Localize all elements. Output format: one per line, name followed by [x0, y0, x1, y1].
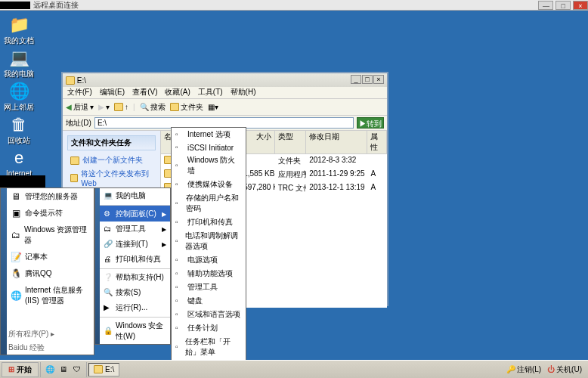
start-item[interactable]: 🐧腾讯QQ [7, 265, 94, 282]
submenu-item[interactable]: 🖨打印机和传真 [100, 252, 170, 267]
program-icon: 🌐 [11, 290, 21, 301]
cpanel-item[interactable]: ▫电话和调制解调器选项 [172, 229, 246, 253]
cpanel-item[interactable]: ▫Internet 选项 [172, 128, 246, 141]
start-submenu: 💻我的电脑⚙控制面板(C)▶🗂管理工具▶🔗连接到(T)▶🖨打印机和传真❔帮助和支… [94, 187, 171, 345]
cpanel-item[interactable]: ▫存储的用户名和密码 [172, 191, 246, 215]
desktop-icon-recycle[interactable]: 🗑回收站 [3, 115, 35, 144]
ql-icon[interactable]: 🖥 [57, 364, 70, 376]
folder-icon [70, 174, 78, 182]
shutdown-button[interactable]: ⏻关机(U) [547, 364, 582, 375]
cpanel-item[interactable]: ▫任务栏和「开始」菜单 [172, 335, 246, 359]
maximize-button[interactable]: □ [362, 75, 373, 84]
menu-item[interactable]: 查看(V) [132, 87, 157, 98]
start-item[interactable]: ▣命令提示符 [7, 205, 94, 222]
program-icon: 🗂 [11, 230, 20, 240]
cpanel-item[interactable]: ▫iSCSI Initiator [172, 141, 246, 153]
start-button[interactable]: ⊞开始 [2, 362, 39, 377]
folder-icon [94, 365, 103, 373]
ql-icon[interactable]: 🛡 [71, 364, 83, 376]
quick-launch: 🌐 🖥 🛡 [40, 362, 87, 377]
cpanel-icon: ▫ [175, 199, 183, 208]
cpanel-icon: ▫ [175, 237, 182, 246]
cpanel-item[interactable]: ▫Windows 防火墙 [172, 153, 246, 178]
watermark: Baidu 经验 [8, 342, 91, 353]
menu-item[interactable]: 收藏(A) [165, 87, 190, 98]
menu-icon: 🔍 [104, 288, 113, 297]
cpanel-icon: ▫ [175, 324, 184, 333]
recycle-icon: 🗑 [8, 115, 30, 135]
desktop-icon-network[interactable]: 🌐网上邻居 [3, 82, 35, 111]
submenu-item[interactable]: 🗂管理工具▶ [100, 222, 170, 237]
menu-item[interactable]: 工具(T) [198, 87, 223, 98]
start-item[interactable]: 🌐Internet 信息服务 (IIS) 管理器 [7, 282, 94, 309]
maximize-button[interactable]: □ [556, 1, 571, 10]
menu-item[interactable]: 帮助(H) [231, 87, 256, 98]
cpanel-item[interactable]: ▫辅助功能选项 [172, 267, 246, 280]
cpanel-item[interactable]: ▫键盘 [172, 294, 246, 308]
menu-icon: 💻 [104, 191, 113, 200]
menu-icon: ❔ [104, 273, 113, 282]
cpanel-item[interactable]: ▫区域和语言选项 [172, 308, 246, 321]
explorer-menubar: 文件(F)编辑(E)查看(V)收藏(A)工具(T)帮助(H) [63, 87, 387, 99]
taskbar: ⊞开始 🌐 🖥 🛡 E:\ 🔑注销(L) ⏻关机(U) [0, 360, 588, 378]
explorer-toolbar: ◀后退 ▾ ▶ ▾ ↑ | 🔍搜索 文件夹 ▦▾ [63, 99, 387, 116]
control-panel-menu: ▫Internet 选项▫iSCSI Initiator▫Windows 防火墙… [171, 127, 246, 378]
mycomp-icon: 💻 [8, 48, 30, 68]
cpanel-icon: ▫ [175, 342, 182, 352]
cpanel-icon: ▫ [175, 180, 184, 189]
menu-icon: 🗂 [104, 225, 113, 234]
desktop-icon-mycomp[interactable]: 💻我的电脑 [3, 48, 35, 78]
cpanel-item[interactable]: ▫便携媒体设备 [172, 178, 246, 191]
cpanel-icon: ▫ [175, 130, 184, 139]
cpanel-item[interactable]: ▫管理工具 [172, 280, 246, 294]
menu-item[interactable]: 编辑(E) [100, 87, 125, 98]
logout-button[interactable]: 🔑注销(L) [506, 364, 541, 375]
network-icon: 🌐 [8, 82, 30, 101]
submenu-item[interactable]: ⚙控制面板(C)▶ [100, 205, 170, 222]
forward-button[interactable]: ▶ ▾ [98, 103, 110, 111]
folders-button[interactable]: 文件夹 [170, 102, 203, 113]
taskbar-item[interactable]: E:\ [88, 363, 119, 376]
start-user-bar [0, 175, 45, 187]
minimize-button[interactable]: _ [351, 75, 361, 84]
submenu-item[interactable]: 💻我的电脑 [100, 188, 170, 203]
submenu-item[interactable]: ❔帮助和支持(H) [100, 268, 170, 285]
mydocs-icon: 📁 [8, 15, 30, 35]
close-button[interactable]: × [373, 75, 384, 84]
ql-icon[interactable]: 🌐 [44, 364, 56, 376]
back-button[interactable]: ◀后退 ▾ [66, 102, 94, 113]
go-button[interactable]: ▶转到 [357, 117, 384, 129]
task-link[interactable]: 创建一个新文件夹 [67, 153, 156, 167]
program-icon: 🐧 [11, 268, 21, 279]
menu-icon: ⚙ [104, 209, 113, 218]
submenu-item[interactable]: 🔍搜索(S) [100, 285, 170, 300]
task-header: 文件和文件夹任务 [67, 135, 156, 150]
rdp-title: 远程桌面连接 [33, 0, 79, 11]
submenu-item[interactable]: 🔗连接到(T)▶ [100, 237, 170, 252]
close-button[interactable]: × [573, 1, 588, 10]
start-item[interactable]: 🗂Windows 资源管理器 [7, 222, 94, 249]
explorer-titlebar[interactable]: E:\ _ □ × [63, 73, 387, 87]
start-item[interactable]: 📝记事本 [7, 249, 94, 265]
up-button[interactable]: ↑ [114, 103, 128, 111]
program-icon: 📝 [11, 252, 21, 262]
start-item[interactable]: 🖥管理您的服务器 [7, 188, 94, 205]
menu-item[interactable]: 文件(F) [67, 87, 92, 98]
task-link[interactable]: 将这个文件夹发布到 Web [67, 167, 156, 189]
cpanel-icon: ▫ [175, 296, 184, 305]
folder-icon [70, 156, 79, 165]
submenu-item[interactable]: 🔒Windows 安全性(W) [100, 317, 170, 344]
search-button[interactable]: 🔍搜索 [140, 102, 166, 113]
menu-icon: 🖨 [104, 255, 113, 264]
cpanel-item[interactable]: ▫电源选项 [172, 253, 246, 267]
cpanel-item[interactable]: ▫任务计划 [172, 321, 246, 335]
cpanel-icon: ▫ [175, 161, 184, 170]
cpanel-icon: ▫ [175, 283, 184, 292]
minimize-button[interactable]: — [538, 1, 553, 10]
rdp-window-controls: — □ × [538, 1, 588, 10]
cpanel-item[interactable]: ▫打印机和传真 [172, 215, 246, 229]
submenu-item[interactable]: ▶运行(R)... [100, 300, 170, 315]
views-button[interactable]: ▦▾ [208, 103, 218, 111]
desktop-icon-mydocs[interactable]: 📁我的文档 [3, 15, 35, 45]
all-programs[interactable]: 所有程序(P) ▸ [8, 329, 91, 339]
